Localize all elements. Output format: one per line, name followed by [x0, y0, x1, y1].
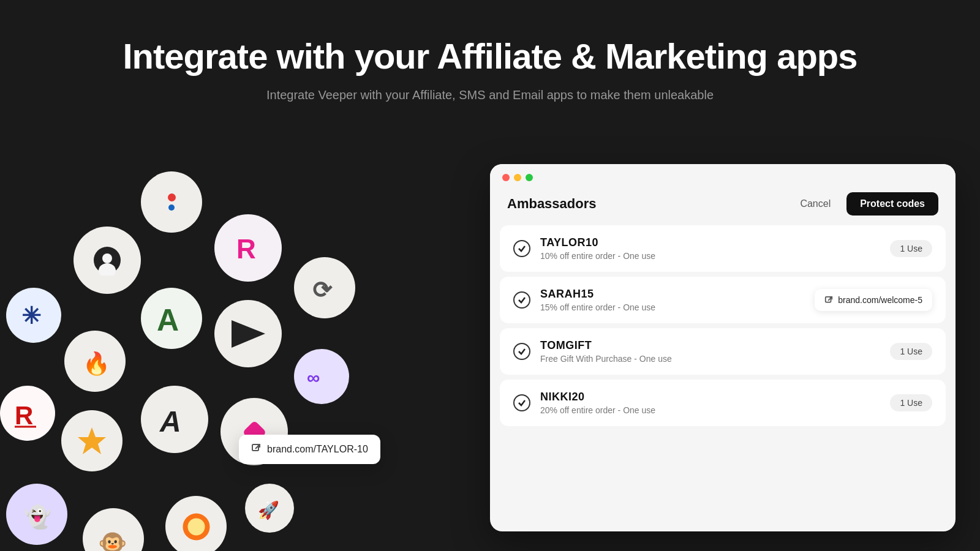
code-right: 1 Use [890, 240, 932, 257]
code-desc: 10% off entire order - One use [540, 251, 655, 261]
logo-smile [74, 227, 141, 294]
check-circle [513, 343, 530, 360]
logo-A-dark: A [141, 386, 208, 453]
external-link-icon [824, 296, 833, 304]
use-badge: 1 Use [890, 343, 932, 360]
panel-title: Ambassadors [507, 196, 597, 212]
code-name: NIKKI20 [540, 391, 655, 403]
logos-area: R ✳ 🔥 A ⟳ R [0, 165, 417, 551]
svg-point-18 [187, 518, 205, 535]
use-badge: 1 Use [890, 240, 932, 257]
svg-marker-7 [232, 320, 265, 348]
svg-text:🔥: 🔥 [83, 350, 110, 376]
protect-codes-button[interactable]: Protect codes [846, 192, 938, 216]
page-subtitle: Integrate Veeper with your Affiliate, SM… [0, 88, 980, 102]
page-title: Integrate with your Affiliate & Marketin… [0, 37, 980, 76]
panel-header: Ambassadors Cancel Protect codes [490, 181, 956, 225]
link-tooltip-text: brand.com/welcome-5 [838, 295, 922, 305]
code-desc: 15% off entire order - One use [540, 302, 655, 312]
code-name: TOMGIFT [540, 339, 672, 352]
code-name: TAYLOR10 [540, 236, 655, 249]
code-info: SARAH15 15% off entire order - One use [540, 288, 655, 312]
check-circle [513, 394, 530, 411]
logo-star [61, 410, 123, 471]
window-maximize-dot [526, 174, 533, 181]
tooltip-text: brand.com/TAYLOR-10 [267, 444, 368, 455]
logo-R-red: R [0, 386, 55, 441]
svg-rect-20 [252, 444, 258, 451]
code-item-taylor10[interactable]: TAYLOR10 10% off entire order - One use … [500, 225, 946, 272]
code-left: NIKKI20 20% off entire order - One use [513, 391, 655, 415]
code-info: TOMGIFT Free Gift With Purchase - One us… [540, 339, 672, 364]
code-item-sarah15[interactable]: SARAH15 15% off entire order - One use b… [500, 277, 946, 323]
external-link-icon [251, 443, 261, 455]
logo-flag [214, 300, 282, 367]
logo-R-pink: R [214, 214, 282, 282]
code-right: 1 Use [890, 394, 932, 411]
logo-fire: 🔥 [64, 331, 126, 392]
codes-list: TAYLOR10 10% off entire order - One use … [490, 225, 956, 426]
window-chrome [490, 164, 956, 181]
logo-ghost: 👻 [6, 484, 67, 545]
svg-text:R: R [15, 401, 33, 429]
svg-text:🚀: 🚀 [258, 500, 279, 520]
svg-point-1 [102, 253, 112, 263]
svg-text:A: A [157, 303, 179, 337]
logo-circle-orange [165, 496, 227, 551]
code-left: SARAH15 15% off entire order - One use [513, 288, 655, 312]
code-right: brand.com/welcome-5 [815, 289, 932, 311]
logo-swirl: ⟳ [294, 257, 355, 318]
panel-actions: Cancel Protect codes [791, 192, 938, 216]
code-item-nikki20[interactable]: NIKKI20 20% off entire order - One use 1… [500, 380, 946, 426]
code-left: TOMGIFT Free Gift With Purchase - One us… [513, 339, 672, 364]
cancel-button[interactable]: Cancel [791, 193, 839, 214]
code-info: TAYLOR10 10% off entire order - One use [540, 236, 655, 261]
main-tooltip: brand.com/TAYLOR-10 [239, 435, 380, 464]
window-minimize-dot [514, 174, 521, 181]
page-header: Integrate with your Affiliate & Marketin… [0, 0, 980, 102]
code-info: NIKKI20 20% off entire order - One use [540, 391, 655, 415]
check-circle [513, 291, 530, 309]
svg-text:⟳: ⟳ [312, 277, 333, 303]
main-panel: Ambassadors Cancel Protect codes TAYLOR1… [490, 164, 956, 531]
code-desc: 20% off entire order - One use [540, 405, 655, 415]
svg-text:👻: 👻 [24, 504, 51, 530]
svg-text:∞: ∞ [307, 367, 320, 388]
window-close-dot [502, 174, 510, 181]
logo-rocket: 🚀 [245, 484, 294, 533]
logo-monkey: 🐵 [83, 508, 144, 551]
logo-A-green: A [141, 288, 202, 349]
svg-text:R: R [236, 234, 256, 264]
svg-marker-11 [78, 427, 106, 454]
code-right: 1 Use [890, 343, 932, 360]
link-tooltip-sarah: brand.com/welcome-5 [815, 289, 932, 311]
code-name: SARAH15 [540, 288, 655, 301]
svg-text:✳: ✳ [21, 303, 41, 329]
svg-rect-21 [826, 297, 831, 302]
svg-text:🐵: 🐵 [98, 528, 127, 552]
svg-text:A: A [159, 405, 181, 438]
logo-infinity: ∞ [294, 349, 349, 404]
check-circle [513, 240, 530, 257]
use-badge: 1 Use [890, 394, 932, 411]
logo-asterisk: ✳ [6, 288, 61, 343]
code-desc: Free Gift With Purchase - One use [540, 354, 672, 364]
code-item-tomgift[interactable]: TOMGIFT Free Gift With Purchase - One us… [500, 328, 946, 375]
logo-three-dots [141, 171, 202, 233]
code-left: TAYLOR10 10% off entire order - One use [513, 236, 655, 261]
